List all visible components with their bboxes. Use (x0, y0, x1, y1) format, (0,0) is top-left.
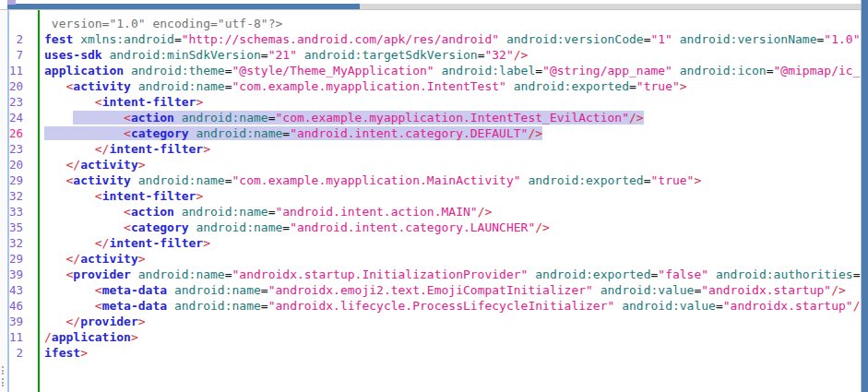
code-token: meta-data (102, 283, 167, 297)
code-token (44, 315, 65, 328)
code-token: "false" (658, 267, 708, 281)
code-token: = (261, 283, 268, 297)
code-token (44, 267, 65, 281)
code-token: /> (528, 126, 542, 140)
code-line[interactable]: </intent-filter> (44, 235, 861, 251)
code-token: /> (629, 111, 644, 125)
code-token: = (629, 79, 636, 93)
splitter-grip-icon[interactable] (2, 365, 4, 387)
line-number: 11 (9, 63, 23, 78)
line-number-gutter[interactable]: 271120232426232029323335322939434639112 (9, 10, 40, 392)
code-token: "true" (650, 173, 694, 187)
code-token: android:theme (131, 64, 225, 77)
code-token: provider (80, 315, 138, 328)
code-token (708, 267, 716, 281)
code-line[interactable]: <action android:name="com.example.myappl… (44, 110, 861, 125)
code-token: android:name (138, 79, 225, 93)
code-token: </ (65, 315, 80, 328)
code-line[interactable]: </provider> (44, 314, 861, 329)
code-token (44, 158, 65, 172)
code-token: android:name (174, 299, 261, 313)
line-number: 24 (9, 110, 23, 125)
code-token: android:versionCode (506, 32, 644, 46)
code-line[interactable]: <action android:name="android.intent.act… (44, 204, 861, 220)
code-token: application (44, 64, 124, 77)
code-line[interactable]: <provider android:name="androidx.startup… (44, 267, 861, 282)
line-number: 26 (9, 125, 23, 141)
code-token: = (225, 173, 232, 187)
code-token: "http://schemas.android.com/apk/res/andr… (182, 32, 499, 46)
code-line[interactable]: version="1.0" encoding="utf-8"?> (44, 16, 861, 31)
code-token: / (44, 330, 52, 344)
code-token: < (95, 299, 102, 313)
code-token: < (95, 189, 102, 203)
code-line[interactable]: <intent-filter> (44, 188, 861, 204)
code-token: intent-filter (109, 142, 203, 156)
code-token: "androidx.startup" (701, 283, 831, 297)
code-line[interactable]: </intent-filter> (44, 141, 861, 157)
code-token: = (535, 64, 542, 77)
selection-highlight: <category android:name="android.intent.c… (44, 126, 542, 140)
line-number: 32 (9, 188, 23, 204)
code-line[interactable]: /application> (44, 329, 861, 345)
code-token: = (282, 126, 290, 140)
code-token: android:versionName (680, 32, 817, 46)
code-line[interactable]: </activity> (44, 251, 861, 267)
code-line[interactable]: application android:theme="@style/Theme_… (44, 63, 861, 78)
code-token (44, 173, 65, 187)
code-token: android:value (600, 283, 695, 297)
code-token: > (80, 346, 88, 360)
code-line[interactable]: <activity android:name="com.example.myap… (44, 172, 861, 188)
line-number: 46 (9, 298, 23, 314)
code-token: < (124, 205, 131, 219)
code-line[interactable]: <intent-filter> (44, 94, 861, 110)
code-token: intent-filter (102, 95, 196, 109)
code-token (297, 48, 304, 62)
horizontal-scrollbar[interactable] (7, 4, 861, 9)
code-editor[interactable]: 271120232426232029323335322939434639112 … (9, 10, 861, 392)
line-number: 39 (9, 314, 23, 329)
code-token (44, 205, 124, 219)
vertical-scrollbar-thumb[interactable] (862, 0, 868, 392)
selection-highlight: <action android:name="com.example.myappl… (73, 111, 643, 125)
code-token: android:label (441, 64, 535, 77)
code-line[interactable]: <activity android:name="com.example.myap… (44, 78, 861, 94)
code-token: "32" (484, 48, 513, 62)
horizontal-scrollbar-thumb[interactable] (7, 4, 360, 9)
code-token: "@style/Theme_MyApplication" (232, 64, 434, 77)
vertical-scrollbar[interactable] (861, 0, 868, 392)
code-token (131, 267, 138, 281)
line-number (9, 16, 23, 31)
code-token (167, 299, 174, 313)
code-token (44, 79, 65, 93)
code-token: > (196, 95, 203, 109)
code-line[interactable]: fest xmlns:android="http://schemas.andro… (44, 31, 861, 47)
code-token: activity (73, 79, 131, 93)
line-number: 7 (9, 47, 23, 63)
code-token: android:icon (680, 64, 767, 77)
code-token: < (95, 95, 102, 109)
code-token: category (131, 220, 189, 234)
code-line[interactable]: <meta-data android:name="androidx.lifecy… (44, 298, 861, 314)
code-area[interactable]: version="1.0" encoding="utf-8"?>fest xml… (40, 10, 861, 392)
line-number: 29 (9, 251, 23, 267)
code-token: "@string/app_name" (542, 64, 672, 77)
code-token: > (131, 330, 138, 344)
line-number: 20 (9, 157, 23, 172)
code-token: = (225, 267, 232, 281)
code-token: "androidx.startup.InitializationProvider… (232, 267, 529, 281)
code-line[interactable]: <category android:name="android.intent.c… (44, 125, 861, 141)
line-number: 29 (9, 172, 23, 188)
code-editor-window: 271120232426232029323335322939434639112 … (0, 0, 868, 392)
code-line[interactable]: <category android:name="android.intent.c… (44, 220, 861, 235)
code-token: meta-data (102, 299, 167, 313)
code-token (44, 142, 95, 156)
code-line[interactable]: <meta-data android:name="androidx.emoji2… (44, 282, 861, 298)
code-token: /> (478, 205, 493, 219)
code-line[interactable]: </activity> (44, 157, 861, 172)
splitter-handle[interactable] (0, 10, 7, 392)
code-line[interactable]: uses-sdk android:minSdkVersion="21" andr… (44, 47, 861, 63)
code-token: </ (95, 142, 110, 156)
code-line[interactable]: ifest> (44, 345, 861, 361)
code-token (614, 299, 622, 313)
